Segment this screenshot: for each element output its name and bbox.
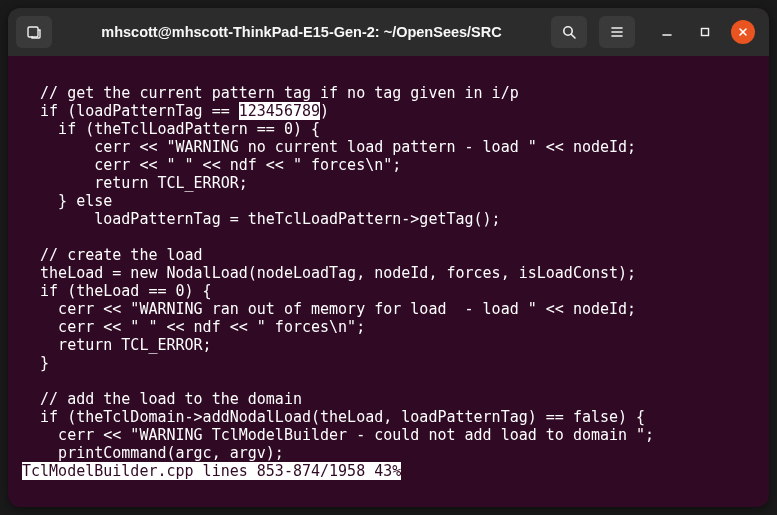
titlebar-right <box>551 16 761 48</box>
code-line: } <box>22 354 49 372</box>
code-line: ) <box>320 102 329 120</box>
terminal-content[interactable]: // get the current pattern tag if no tag… <box>8 56 769 507</box>
code-line: return TCL_ERROR; <box>22 174 248 192</box>
code-line: } else <box>22 192 112 210</box>
code-line: // add the load to the domain <box>22 390 302 408</box>
code-line: cerr << " " << ndf << " forces\n"; <box>22 318 365 336</box>
titlebar: mhscott@mhscott-ThinkPad-E15-Gen-2: ~/Op… <box>8 8 769 56</box>
code-line: theLoad = new NodalLoad(nodeLoadTag, nod… <box>22 264 636 282</box>
terminal-window: mhscott@mhscott-ThinkPad-E15-Gen-2: ~/Op… <box>8 8 769 507</box>
highlighted-value: 123456789 <box>239 102 320 120</box>
code-line: cerr << " " << ndf << " forces\n"; <box>22 156 401 174</box>
code-line: if (theLoad == 0) { <box>22 282 212 300</box>
minimize-icon <box>661 26 673 38</box>
code-line: // create the load <box>22 246 203 264</box>
code-line: if (loadPatternTag == <box>22 102 239 120</box>
search-icon <box>561 24 577 40</box>
close-button[interactable] <box>731 20 755 44</box>
hamburger-icon <box>609 24 625 40</box>
svg-rect-7 <box>702 29 709 36</box>
code-line: // get the current pattern tag if no tag… <box>22 84 519 102</box>
new-tab-button[interactable] <box>16 16 52 48</box>
code-line: cerr << "WARNING TclModelBuilder - could… <box>22 426 654 444</box>
code-line: cerr << "WARNING ran out of memory for l… <box>22 300 636 318</box>
maximize-button[interactable] <box>693 20 717 44</box>
titlebar-left <box>16 16 52 48</box>
pager-status-line: TclModelBuilder.cpp lines 853-874/1958 4… <box>22 462 401 480</box>
code-line: loadPatternTag = theTclLoadPattern->getT… <box>22 210 501 228</box>
minimize-button[interactable] <box>655 20 679 44</box>
code-line: return TCL_ERROR; <box>22 336 212 354</box>
close-icon <box>737 26 749 38</box>
new-tab-icon <box>26 24 42 40</box>
code-line: if (theTclLoadPattern == 0) { <box>22 120 320 138</box>
window-controls <box>655 20 755 44</box>
code-line: cerr << "WARNING no current load pattern… <box>22 138 636 156</box>
code-line: if (theTclDomain->addNodalLoad(theLoad, … <box>22 408 645 426</box>
code-line: printCommand(argc, argv); <box>22 444 284 462</box>
svg-rect-0 <box>28 27 38 37</box>
svg-line-2 <box>571 34 575 38</box>
search-button[interactable] <box>551 16 587 48</box>
menu-button[interactable] <box>599 16 635 48</box>
window-title: mhscott@mhscott-ThinkPad-E15-Gen-2: ~/Op… <box>60 24 543 40</box>
maximize-icon <box>699 26 711 38</box>
